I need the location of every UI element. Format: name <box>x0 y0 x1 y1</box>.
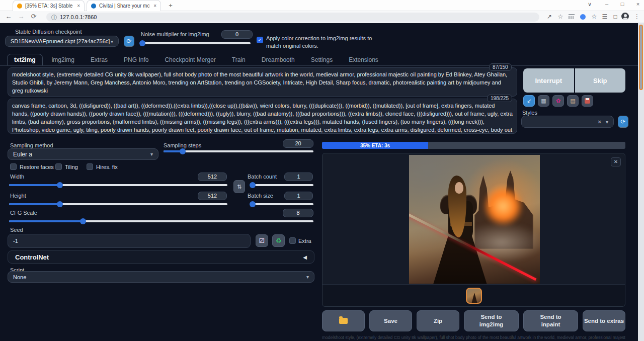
swap-dimensions-button[interactable]: ⇅ <box>233 180 245 193</box>
window-chevron-icon[interactable]: ∨ <box>585 1 595 8</box>
sampling-steps-slider[interactable] <box>164 150 313 152</box>
styles-dropdown[interactable]: ✕ ▾ <box>521 116 614 128</box>
site-info-icon[interactable]: i <box>51 15 57 20</box>
restore-faces-checkbox[interactable] <box>10 163 17 170</box>
browser-menu-icon[interactable]: ⋮ <box>633 13 641 20</box>
back-icon[interactable]: ← <box>4 13 13 20</box>
save-button[interactable]: Save <box>369 310 412 331</box>
forward-icon[interactable]: → <box>17 13 26 20</box>
color-correction-checkbox[interactable]: ✓ <box>257 37 263 43</box>
window-maximize-button[interactable]: □ <box>617 1 627 7</box>
controlnet-accordion[interactable]: ControlNet ◀ <box>8 250 314 264</box>
page-scrollbar[interactable] <box>638 23 644 341</box>
width-input[interactable]: 512 <box>198 173 227 181</box>
skip-button[interactable]: Skip <box>575 68 626 93</box>
interrupt-button[interactable]: Interrupt <box>523 68 574 93</box>
reuse-seed-recycle-icon[interactable]: ♻ <box>272 234 285 247</box>
extensions-puzzle-icon[interactable]: ☆ <box>590 13 598 20</box>
sampling-steps-input[interactable]: 20 <box>283 139 313 148</box>
progress-text: 35% ETA: 3s <box>360 143 390 148</box>
side-panel-icon[interactable]: □ <box>611 13 619 20</box>
address-bar[interactable]: i 127.0.0.1:7860 <box>46 13 539 22</box>
profile-avatar[interactable] <box>621 13 629 20</box>
prompt-token-counter: 87/150 <box>489 63 512 71</box>
extra-seed-checkbox[interactable] <box>289 237 296 244</box>
sampling-method-label: Sampling method <box>10 142 53 148</box>
stable-diffusion-webui: Stable Diffusion checkpoint SD15NewVAEpr… <box>0 23 638 341</box>
checkpoint-dropdown[interactable]: SD15NewVAEpruned.ckpt [27a4ac756c] ▾ <box>5 36 119 47</box>
checkpoint-value: SD15NewVAEpruned.ckpt [27a4ac756c] <box>11 38 110 44</box>
share-icon[interactable]: ↗ <box>545 13 553 20</box>
refresh-checkpoints-button[interactable]: ⟳ <box>124 36 134 47</box>
tab-extensions[interactable]: Extensions <box>342 54 385 66</box>
tab-png-info[interactable]: PNG Info <box>117 54 155 66</box>
close-gallery-icon[interactable]: ✕ <box>611 157 621 166</box>
batch-count-slider[interactable] <box>251 184 313 186</box>
extension-grid-icon[interactable] <box>569 14 575 19</box>
main-tabs: txt2img img2img Extras PNG Info Checkpoi… <box>7 54 385 66</box>
extension-blue-icon[interactable] <box>580 14 586 20</box>
window-close-button[interactable]: × <box>633 1 643 7</box>
sampling-steps-label: Sampling steps <box>164 142 201 148</box>
tab-settings[interactable]: Settings <box>304 54 340 66</box>
window-minimize-button[interactable]: – <box>602 1 612 7</box>
gallery-thumbnail-selected[interactable] <box>466 288 482 304</box>
bookmark-star-icon[interactable]: ☆ <box>556 13 565 20</box>
tiling-label: Tiling <box>65 164 78 170</box>
width-slider[interactable] <box>9 184 227 186</box>
scrollbar-thumb[interactable] <box>639 25 643 90</box>
script-dropdown[interactable]: None ▾ <box>8 271 314 283</box>
tab-checkpoint-merger[interactable]: Checkpoint Merger <box>157 54 222 66</box>
negative-prompt-input[interactable] <box>8 99 517 134</box>
random-seed-dice-icon[interactable]: ⚂ <box>256 234 268 247</box>
height-label: Height <box>10 193 26 199</box>
tab-dreambooth[interactable]: Dreambooth <box>255 54 302 66</box>
reload-icon[interactable]: ⟳ <box>29 13 38 20</box>
accordion-collapsed-icon: ◀ <box>303 254 307 260</box>
browser-tab-civitai[interactable]: Civitai | Share your models × <box>87 0 161 11</box>
generation-progress-bar: 35% ETA: 3s <box>322 142 625 149</box>
clear-styles-icon[interactable]: ✕ <box>598 119 602 125</box>
cfg-scale-input[interactable]: 8 <box>283 209 313 217</box>
tab-txt2img[interactable]: txt2img <box>7 54 43 66</box>
batch-size-input[interactable]: 1 <box>284 192 313 200</box>
new-tab-button[interactable]: + <box>166 2 175 10</box>
chevron-down-icon: ▾ <box>150 151 153 157</box>
tab-extras[interactable]: Extras <box>84 54 115 66</box>
color-correction-label: Apply color correction to img2img result… <box>266 35 384 50</box>
send-to-img2img-button[interactable]: Send to img2img <box>464 310 519 331</box>
tiling-checkbox[interactable] <box>55 163 62 170</box>
send-to-extras-button[interactable]: Send to extras <box>583 310 625 331</box>
paste-params-icon[interactable]: ↙ <box>523 95 535 107</box>
noise-multiplier-slider[interactable] <box>141 42 251 44</box>
hires-fix-checkbox[interactable] <box>87 163 93 170</box>
tab-close-icon[interactable]: × <box>153 3 156 9</box>
open-folder-button[interactable] <box>322 310 365 331</box>
generated-image[interactable] <box>409 155 540 284</box>
tab-close-icon[interactable]: × <box>77 3 80 9</box>
styles-label: Styles <box>522 110 537 116</box>
zip-button[interactable]: Zip <box>417 310 459 331</box>
tab-train[interactable]: Train <box>225 54 253 66</box>
tab-img2img[interactable]: img2img <box>45 54 82 66</box>
prompt-input[interactable] <box>8 67 517 97</box>
clear-prompt-icon[interactable]: ▦ <box>538 95 549 107</box>
refresh-styles-button[interactable]: ⟳ <box>618 116 628 128</box>
sampling-method-dropdown[interactable]: Euler a ▾ <box>8 148 158 160</box>
height-input[interactable]: 512 <box>198 192 227 200</box>
save-style-icon[interactable] <box>582 95 593 107</box>
browser-tab-active[interactable]: [35% ETA: 3s] Stable Diffusion × <box>13 0 85 11</box>
height-slider[interactable] <box>9 203 227 205</box>
batch-size-slider[interactable] <box>251 203 313 205</box>
apply-style-icon[interactable]: ▤ <box>567 95 579 107</box>
noise-multiplier-input[interactable]: 0 <box>221 30 253 39</box>
civitai-favicon-icon <box>91 4 96 9</box>
extra-networks-icon[interactable]: ✿ <box>552 95 564 107</box>
seed-input[interactable] <box>8 234 251 248</box>
reading-list-icon[interactable]: ☰ <box>601 13 609 20</box>
cfg-scale-slider[interactable] <box>9 220 313 222</box>
send-to-inpaint-button[interactable]: Send to inpaint <box>523 310 578 331</box>
seed-label: Seed <box>10 227 23 233</box>
fire-glow <box>484 186 523 227</box>
batch-count-input[interactable]: 1 <box>284 173 313 181</box>
